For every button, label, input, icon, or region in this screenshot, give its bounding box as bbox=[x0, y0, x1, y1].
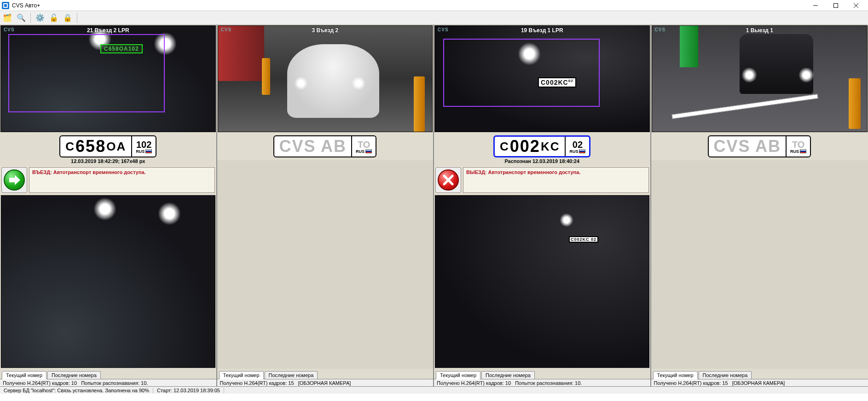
plate-region: 102 RUS bbox=[131, 136, 156, 157]
camera-title: 1 Выезд 1 bbox=[652, 27, 868, 34]
toolbar-lock-icon[interactable]: 🔒 bbox=[62, 12, 73, 23]
titlebar: CVS Авто+ bbox=[0, 0, 868, 11]
headlight-glare bbox=[294, 76, 308, 90]
snapshot-area bbox=[217, 160, 434, 369]
camera-title: 3 Въезд 2 bbox=[218, 27, 433, 34]
snapshot-area bbox=[651, 160, 868, 369]
plate-main: C658OA bbox=[60, 136, 131, 157]
snapshot-image[interactable]: CVS C002KC 02 bbox=[435, 195, 649, 368]
snapshot-image[interactable]: CVS bbox=[1, 195, 215, 368]
tabstrip: Текущий номер Последние номера bbox=[651, 369, 868, 379]
plate-snapshot-label: C002KC 02 bbox=[569, 236, 598, 243]
flag-ru-icon bbox=[800, 149, 806, 153]
status-iconbox bbox=[435, 167, 461, 193]
snapshot-area: CVS bbox=[0, 194, 216, 369]
camera-view[interactable]: CVS 1 Выезд 1 bbox=[652, 25, 868, 132]
camera-column: CVS 3 Въезд 2 CVS AB TO RUS Текущий номе… bbox=[217, 25, 434, 386]
camera-view[interactable]: CVS 3 Въезд 2 bbox=[218, 25, 433, 132]
db-status: Сервер БД "localhost": Связь установлена… bbox=[0, 388, 153, 393]
minimize-button[interactable] bbox=[805, 0, 826, 11]
scene-building bbox=[218, 26, 264, 81]
tabstrip: Текущий номер Последние номера bbox=[0, 369, 216, 379]
headlight-glare bbox=[158, 202, 181, 225]
plate-detection-box: C658OA102 bbox=[100, 44, 143, 53]
status-message: ВЫЕЗД: Автотранспорт временного доступа. bbox=[463, 167, 649, 193]
barrier-post bbox=[414, 76, 425, 132]
headlight-glare bbox=[741, 67, 757, 83]
camera-column: CVS 1 Выезд 1 CVS AB TO RUS Текущий номе… bbox=[651, 25, 868, 386]
status-row: ВЫЕЗД: Автотранспорт временного доступа. bbox=[434, 166, 650, 194]
tab-current-plate[interactable]: Текущий номер bbox=[436, 371, 480, 379]
camera-column: CVS 21 Въезд 2 LPR C658OA102 C658OA 102 … bbox=[0, 25, 217, 386]
column-status: Получено H.264(RT) кадров: 10 Попыток ра… bbox=[0, 379, 216, 386]
camera-title: 19 Въезд 1 LPR bbox=[435, 27, 649, 34]
camera-grid: CVS 21 Въезд 2 LPR C658OA102 C658OA 102 … bbox=[0, 25, 868, 386]
start-time: Старт: 12.03.2019 18:39:05 bbox=[153, 388, 224, 393]
barrier-post bbox=[262, 58, 270, 95]
tab-last-plates[interactable]: Последние номера bbox=[265, 371, 318, 379]
headlight-glare bbox=[352, 76, 365, 90]
toolbar-settings-icon[interactable]: ⚙️ bbox=[35, 12, 46, 23]
barrier-post bbox=[849, 78, 861, 129]
plate-main-placeholder: CVS AB bbox=[274, 136, 351, 157]
license-plate: CVS AB TO RUS bbox=[273, 135, 376, 157]
app-title: CVS Авто+ bbox=[12, 2, 805, 9]
tab-current-plate[interactable]: Текущий номер bbox=[653, 371, 698, 379]
license-plate: C658OA 102 RUS bbox=[59, 135, 156, 157]
global-statusbar: Сервер БД "localhost": Связь установлена… bbox=[0, 386, 868, 394]
toolbar-separator bbox=[77, 13, 77, 23]
plate-region: TO RUS bbox=[351, 136, 376, 157]
toolbar-search-icon[interactable]: 🔍 bbox=[16, 12, 27, 23]
plate-main-placeholder: CVS AB bbox=[709, 136, 786, 157]
flag-ru-icon bbox=[365, 149, 372, 153]
tab-current-plate[interactable]: Текущий номер bbox=[219, 371, 264, 379]
scene-car-dark bbox=[740, 34, 813, 94]
plate-region: 02 RUS bbox=[565, 137, 589, 156]
tabstrip: Текущий номер Последние номера bbox=[434, 369, 650, 379]
plate-region: TO RUS bbox=[786, 136, 810, 157]
maximize-button[interactable] bbox=[826, 0, 846, 11]
plate-main: C002KC bbox=[495, 137, 565, 156]
flag-ru-icon bbox=[579, 149, 585, 153]
tab-last-plates[interactable]: Последние номера bbox=[699, 371, 752, 379]
camera-scene bbox=[435, 196, 649, 367]
headlight-glare bbox=[799, 67, 814, 83]
camera-view[interactable]: CVS 19 Въезд 1 LPR C002KC02 bbox=[434, 25, 650, 132]
camera-scene bbox=[1, 196, 215, 367]
plate-detection-bright: C002KC02 bbox=[538, 77, 576, 87]
plate-display: CVS AB TO RUS bbox=[651, 133, 868, 160]
camera-column: CVS 19 Въезд 1 LPR C002KC02 C002KC 02 RU… bbox=[434, 25, 651, 386]
headlight-glare bbox=[93, 198, 116, 221]
tab-current-plate[interactable]: Текущий номер bbox=[2, 371, 46, 379]
plate-caption: Распознан 12.03.2019 18:40:24 bbox=[436, 158, 648, 164]
camera-title: 21 Въезд 2 LPR bbox=[1, 27, 215, 34]
detection-roi bbox=[443, 39, 600, 107]
tab-last-plates[interactable]: Последние номера bbox=[481, 371, 535, 379]
plate-display: CVS AB TO RUS bbox=[217, 133, 434, 160]
column-status: Получено H.264(RT) кадров: 15 [ОБЗОРНАЯ … bbox=[217, 379, 434, 386]
plate-display: C658OA 102 RUS 12.03.2019 18:42:29; 167x… bbox=[0, 133, 216, 166]
toolbar: 🗂️ 🔍 ⚙️ 🔓 🔒 bbox=[0, 11, 868, 25]
toolbar-separator bbox=[30, 13, 31, 23]
svg-rect-1 bbox=[834, 3, 838, 7]
column-status: Получено H.264(RT) кадров: 10 Попыток ра… bbox=[434, 379, 650, 386]
toolbar-sessions-icon[interactable]: 🗂️ bbox=[2, 12, 13, 23]
status-row: ВЪЕЗД: Автотранспорт временного доступа. bbox=[0, 166, 216, 194]
flag-ru-icon bbox=[145, 149, 152, 153]
app-icon bbox=[2, 2, 9, 9]
column-status: Получено H.264(RT) кадров: 15 [ОБЗОРНАЯ … bbox=[651, 379, 868, 386]
tabstrip: Текущий номер Последние номера bbox=[217, 369, 434, 379]
plate-caption: 12.03.2019 18:42:29; 167x48 px bbox=[2, 158, 214, 164]
license-plate: CVS AB TO RUS bbox=[708, 135, 811, 157]
headlight-glare bbox=[560, 213, 573, 227]
camera-view[interactable]: CVS 21 Въезд 2 LPR C658OA102 bbox=[0, 25, 216, 132]
tab-last-plates[interactable]: Последние номера bbox=[47, 371, 101, 379]
toolbar-unlock-icon[interactable]: 🔓 bbox=[48, 12, 59, 23]
close-button[interactable] bbox=[846, 0, 866, 11]
license-plate: C002KC 02 RUS bbox=[493, 135, 590, 157]
status-iconbox bbox=[1, 167, 27, 193]
plate-display: C002KC 02 RUS Распознан 12.03.2019 18:40… bbox=[434, 133, 650, 166]
allow-arrow-icon bbox=[4, 169, 25, 191]
deny-x-icon bbox=[438, 169, 459, 191]
snapshot-area: CVS C002KC 02 bbox=[434, 194, 650, 369]
